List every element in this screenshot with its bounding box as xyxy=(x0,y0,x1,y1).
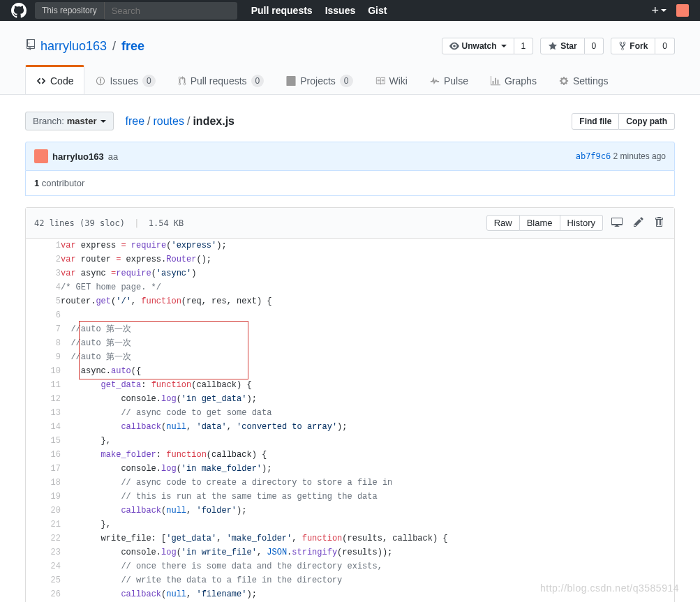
tab-pull-requests[interactable]: Pull requests0 xyxy=(167,67,276,94)
line-number[interactable]: 26 xyxy=(26,587,61,601)
code-line: 20 callback(null, 'folder'); xyxy=(26,504,674,518)
line-number[interactable]: 2 xyxy=(26,253,61,266)
user-avatar[interactable] xyxy=(676,4,689,17)
code-line: 17 console.log('in make_folder'); xyxy=(26,462,674,476)
nav-gist[interactable]: Gist xyxy=(368,5,387,16)
tab-pulse[interactable]: Pulse xyxy=(419,67,479,94)
file-actions: Raw Blame History xyxy=(486,213,666,232)
breadcrumb-dir[interactable]: routes xyxy=(153,115,184,127)
line-code: var express = require('express'); xyxy=(61,239,674,253)
line-number[interactable]: 20 xyxy=(26,504,61,518)
line-code: console.log('in make_folder'); xyxy=(61,462,674,476)
line-number[interactable]: 5 xyxy=(26,294,61,308)
tab-issues[interactable]: Issues0 xyxy=(84,67,166,94)
blob-wrapper: 1var express = require('express');2var r… xyxy=(26,239,674,602)
unwatch-count[interactable]: 1 xyxy=(514,38,534,54)
desktop-icon[interactable] xyxy=(609,213,625,232)
line-number[interactable]: 18 xyxy=(26,476,61,490)
raw-button[interactable]: Raw xyxy=(486,215,520,231)
reponav: Code Issues0 Pull requests0 Projects0 Wi… xyxy=(0,67,700,94)
breadcrumb-file: index.js xyxy=(193,115,234,127)
line-number[interactable]: 24 xyxy=(26,559,61,573)
search-scope-label[interactable]: This repository xyxy=(35,2,105,19)
line-number[interactable]: 7 xyxy=(26,322,61,336)
line-code: var async =require('async') xyxy=(61,266,674,280)
copy-path-button[interactable]: Copy path xyxy=(619,113,675,130)
line-number[interactable]: 21 xyxy=(26,518,61,532)
code-line: 9 //auto 第一次 xyxy=(26,350,674,364)
watermark: http://blog.csdn.net/q3585914 xyxy=(540,582,679,594)
fork-button[interactable]: Fork xyxy=(611,38,655,54)
pagehead-actions: Unwatch 1 Star 0 Fork 0 xyxy=(442,38,675,54)
commit-sha[interactable]: ab7f9c6 xyxy=(576,151,611,161)
line-code: get_data: function(callback) { xyxy=(61,378,674,392)
line-number[interactable]: 15 xyxy=(26,434,61,448)
nav-issues[interactable]: Issues xyxy=(325,5,356,16)
trash-icon[interactable] xyxy=(652,213,666,232)
repo-owner-link[interactable]: harryluo163 xyxy=(40,39,107,54)
line-number[interactable]: 4 xyxy=(26,280,61,294)
header-nav: Pull requests Issues Gist xyxy=(251,5,387,16)
contributors-box: 1 contributor xyxy=(25,171,675,196)
line-number[interactable]: 23 xyxy=(26,545,61,559)
line-code: //auto 第一次 xyxy=(61,350,674,364)
create-new-icon[interactable]: + xyxy=(651,3,667,18)
line-number[interactable]: 3 xyxy=(26,266,61,280)
line-number[interactable]: 25 xyxy=(26,573,61,587)
tab-code[interactable]: Code xyxy=(25,65,84,94)
code-line: 8 //auto 第一次 xyxy=(26,336,674,350)
code-line: 6 xyxy=(26,308,674,322)
unwatch-button[interactable]: Unwatch xyxy=(442,38,514,54)
line-code: /* GET home page. */ xyxy=(61,280,674,294)
code-line: 24 // once there is some data and the di… xyxy=(26,559,674,573)
line-code: router.get('/', function(req, res, next)… xyxy=(61,294,674,308)
line-code: // async code to get some data xyxy=(61,406,674,420)
file-navigation: Branch: master free/routes/index.js Find… xyxy=(25,112,675,130)
find-file-button[interactable]: Find file xyxy=(572,113,619,130)
line-number[interactable]: 13 xyxy=(26,406,61,420)
commit-author-link[interactable]: harryluo163 xyxy=(52,151,104,162)
line-code: console.log('in get_data'); xyxy=(61,392,674,406)
history-button[interactable]: History xyxy=(560,215,603,231)
tab-projects[interactable]: Projects0 xyxy=(275,67,364,94)
breadcrumb-root[interactable]: free xyxy=(125,115,144,127)
branch-select-menu[interactable]: Branch: master xyxy=(25,112,114,130)
github-logo[interactable] xyxy=(11,3,27,18)
line-number[interactable]: 6 xyxy=(26,308,61,322)
file-header: 42 lines (39 sloc) | 1.54 KB Raw Blame H… xyxy=(26,208,674,239)
line-number[interactable]: 17 xyxy=(26,462,61,476)
commit-author-avatar[interactable] xyxy=(34,149,48,163)
line-code: console.log('in write_file', JSON.string… xyxy=(61,545,674,559)
file-info: 42 lines (39 sloc) | 1.54 KB xyxy=(34,218,184,228)
line-number[interactable]: 12 xyxy=(26,392,61,406)
line-number[interactable]: 19 xyxy=(26,490,61,504)
search-input[interactable] xyxy=(105,2,237,20)
tab-graphs[interactable]: Graphs xyxy=(479,67,548,94)
line-number[interactable]: 8 xyxy=(26,336,61,350)
line-number[interactable]: 1 xyxy=(26,239,61,253)
fork-count[interactable]: 0 xyxy=(655,38,675,54)
code-line: 7 //auto 第一次 xyxy=(26,322,674,336)
star-button[interactable]: Star xyxy=(540,38,584,54)
star-count[interactable]: 0 xyxy=(585,38,604,54)
line-number[interactable]: 22 xyxy=(26,532,61,545)
code-line: 22 write_file: ['get_data', 'make_folder… xyxy=(26,532,674,545)
line-number[interactable]: 10 xyxy=(26,364,61,378)
line-number[interactable]: 14 xyxy=(26,420,61,434)
blame-button[interactable]: Blame xyxy=(520,215,560,231)
code-line: 11 get_data: function(callback) { xyxy=(26,378,674,392)
pencil-icon[interactable] xyxy=(631,213,646,232)
repo-name-link[interactable]: free xyxy=(121,39,144,54)
tab-settings[interactable]: Settings xyxy=(548,67,620,94)
code-line: 21 }, xyxy=(26,518,674,532)
nav-pull-requests[interactable]: Pull requests xyxy=(251,5,313,16)
line-code: async.auto({ xyxy=(61,364,674,378)
line-number[interactable]: 9 xyxy=(26,350,61,364)
code-line: 16 make_folder: function(callback) { xyxy=(26,448,674,462)
code-line: 1var express = require('express'); xyxy=(26,239,674,253)
code-table: 1var express = require('express');2var r… xyxy=(26,239,674,602)
path-separator: / xyxy=(112,39,116,54)
line-number[interactable]: 16 xyxy=(26,448,61,462)
line-number[interactable]: 11 xyxy=(26,378,61,392)
tab-wiki[interactable]: Wiki xyxy=(364,67,419,94)
